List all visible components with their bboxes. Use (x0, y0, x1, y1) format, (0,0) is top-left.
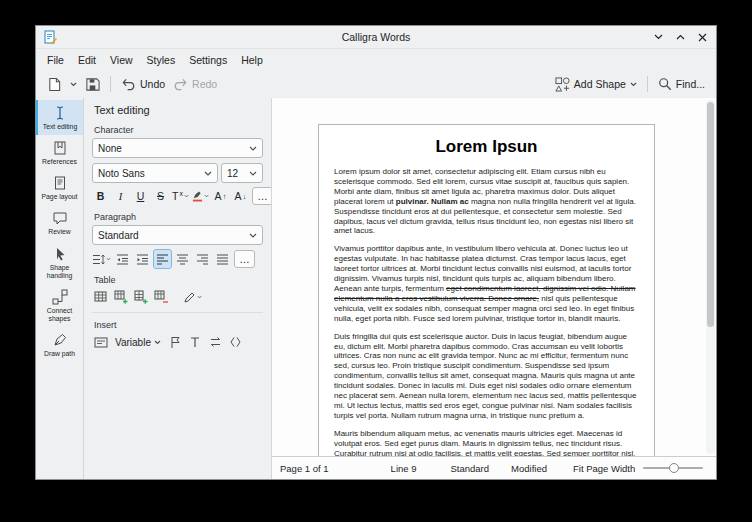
text-cursor-icon (52, 105, 68, 121)
script-sup-glyph: x (179, 190, 183, 197)
docker-separator (92, 312, 263, 313)
sidebar-item-connect-shapes[interactable]: Connect shapes (36, 284, 83, 327)
chevron-down-icon (70, 82, 77, 87)
italic-button[interactable]: I (112, 187, 129, 205)
sidebar-item-label: Draw path (44, 350, 75, 358)
menu-help[interactable]: Help (234, 52, 270, 68)
sidebar-item-label: Connect shapes (37, 307, 82, 323)
menu-file[interactable]: File (40, 52, 71, 68)
menu-view[interactable]: View (103, 52, 140, 68)
document-paragraph: Duis fringilla dui quis est scelerisque … (334, 332, 639, 421)
toolbar-separator (647, 76, 648, 92)
chevron-down-icon (184, 194, 189, 198)
zoom-slider-handle[interactable] (669, 463, 679, 473)
line-spacing-button[interactable] (92, 250, 111, 268)
redo-button[interactable]: Redo (169, 74, 221, 94)
align-right-button[interactable] (194, 250, 211, 268)
document-paragraph: Mauris bibendum aliquam metus, ac venena… (334, 429, 639, 456)
underline-button[interactable]: U (132, 187, 149, 205)
chevron-down-icon (249, 233, 257, 238)
document-page[interactable]: Lorem Ipsun Lorem ipsum dolor sit amet, … (318, 124, 655, 456)
add-shape-icon (555, 77, 570, 92)
border-pen-button[interactable] (183, 288, 202, 306)
decrease-indent-button[interactable] (114, 250, 131, 268)
titlebar[interactable]: Calligra Words (36, 26, 716, 49)
minimize-button[interactable] (652, 31, 665, 44)
window-title: Calligra Words (36, 31, 716, 43)
sidebar-item-review[interactable]: Review (36, 205, 83, 240)
save-button[interactable] (81, 74, 104, 95)
zoom-mode-selector[interactable]: Fit Page Width (573, 463, 635, 474)
strikethrough-button[interactable]: S (152, 187, 169, 205)
undo-button[interactable]: Undo (117, 74, 169, 94)
style-indicator: Standard (451, 463, 490, 474)
connector-icon (52, 289, 68, 305)
chevron-down-icon (630, 82, 637, 87)
bookmark-button[interactable] (167, 333, 184, 351)
sidebar-item-label: Text editing (43, 123, 77, 131)
color-marker-icon (192, 190, 203, 202)
grow-font-button[interactable]: A↑ (212, 187, 229, 205)
font-size-combobox[interactable]: 12 (221, 163, 263, 183)
new-document-dropdown[interactable] (66, 79, 81, 90)
font-family-value: Noto Sans (98, 168, 145, 179)
sidebar-item-page-layout[interactable]: Page layout (36, 170, 83, 205)
align-center-button[interactable] (174, 250, 191, 268)
align-left-button[interactable] (154, 250, 171, 268)
insert-column-button[interactable] (132, 288, 149, 306)
vertical-scrollbar[interactable] (706, 100, 715, 454)
paragraph-style-combobox[interactable]: Standard (92, 225, 263, 245)
add-shape-button[interactable]: Add Shape (551, 74, 641, 95)
more-character-options-button[interactable]: … (252, 187, 272, 205)
undo-icon (121, 77, 136, 91)
document-view[interactable]: Lorem Ipsun Lorem ipsum dolor sit amet, … (272, 98, 716, 456)
pen-icon (52, 332, 68, 348)
sidebar-item-draw-path[interactable]: Draw path (36, 327, 83, 362)
increase-indent-button[interactable] (134, 250, 151, 268)
new-document-button[interactable] (43, 74, 66, 95)
scrollbar-thumb[interactable] (707, 102, 714, 327)
character-style-combobox[interactable]: None (92, 138, 263, 158)
close-button[interactable] (696, 31, 709, 44)
sidebar-item-references[interactable]: References (36, 135, 83, 170)
grow-font-glyph: A (215, 190, 222, 202)
menu-edit[interactable]: Edit (71, 52, 103, 68)
redo-icon (173, 77, 188, 91)
font-size-value: 12 (227, 168, 238, 179)
menu-styles[interactable]: Styles (140, 52, 183, 68)
menu-settings[interactable]: Settings (182, 52, 234, 68)
paragraph-style-value: Standard (98, 230, 139, 241)
bold-button[interactable]: B (92, 187, 109, 205)
insert-table-button[interactable] (92, 288, 109, 306)
redo-label: Redo (192, 78, 217, 90)
shrink-font-button[interactable]: A↓ (232, 187, 249, 205)
find-button[interactable]: Find... (654, 74, 709, 94)
align-justify-button[interactable] (214, 250, 231, 268)
shrink-font-glyph: A (235, 190, 242, 202)
document-heading: Lorem Ipsun (334, 137, 639, 157)
variable-dropdown[interactable]: Variable (112, 337, 164, 348)
down-arrow-icon: ↓ (243, 192, 247, 201)
comment-bubble-icon (52, 210, 68, 226)
font-family-combobox[interactable]: Noto Sans (92, 163, 218, 183)
insert-field-button[interactable] (92, 333, 109, 351)
delete-table-button[interactable] (152, 288, 169, 306)
text-frame-button[interactable] (187, 333, 204, 351)
more-paragraph-options-button[interactable]: … (234, 250, 255, 268)
superscript-subscript-button[interactable]: Tx (172, 187, 189, 205)
character-style-value: None (98, 143, 122, 154)
zoom-slider[interactable] (643, 461, 703, 475)
insert-row-button[interactable] (112, 288, 129, 306)
maximize-button[interactable] (674, 31, 687, 44)
swap-button[interactable] (207, 333, 224, 351)
undo-label: Undo (140, 78, 165, 90)
modified-indicator: Modified (511, 463, 547, 474)
chevron-down-icon (204, 171, 212, 176)
add-shape-label: Add Shape (574, 78, 626, 90)
text-color-button[interactable] (192, 187, 209, 205)
toolbox-sidebar: Text editing References Page layout (36, 98, 84, 479)
sidebar-item-shape-handling[interactable]: Shape handling (36, 241, 83, 284)
special-character-button[interactable] (227, 333, 244, 351)
page-indicator: Page 1 of 1 (280, 463, 329, 474)
sidebar-item-text-editing[interactable]: Text editing (36, 100, 83, 135)
